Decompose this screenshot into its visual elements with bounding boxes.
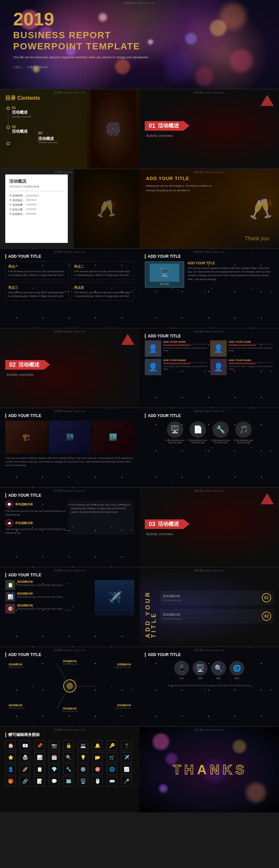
toc-image-icon: 🎆 — [105, 121, 121, 137]
list-item-row-0: 📋 添加战略目标 If life deceives you, Don't be … — [5, 580, 92, 590]
slide-row-2: 演界网 WWW.YAN.CN 目录 Contents 01 活动概述 Activ… — [0, 90, 279, 168]
champagne-body: Nothing we can do will change it. The fu… — [146, 184, 218, 192]
simple-icon-shape-1: 🖥️ — [193, 661, 207, 676]
highlight-body-2: If life deceives you,Don't be sad, don't… — [8, 291, 65, 298]
slide-icon-library: 演界网 WWW.YAN.CN 赠可编辑商务图标 🏠 📧 📌 📷 🔒 💻 🔔 🔑 … — [0, 727, 140, 812]
strategy-title: ADD YOUR TITLE — [8, 493, 41, 498]
list-item-label-2: 添加战略目标 — [17, 604, 63, 607]
icon-library-header: 赠可编辑商务图标 — [5, 732, 134, 738]
highlight-3: 亮点四 If life deceives you,Don't be sad, d… — [71, 282, 134, 301]
item-label-3: 活动人数： — [12, 208, 25, 211]
badge03-deco — [260, 493, 274, 504]
timeline-content: ADD YOUR TITLE 添加战略目标 If life deceives y… — [0, 647, 140, 726]
highlight-body-1: If life deceives you,Don't be sad, don't… — [74, 270, 131, 277]
list-item-icon-2: 🎯 — [5, 604, 15, 614]
badge-number: 01 — [149, 122, 155, 129]
person-body-1: I love and am used to keeping a minute w… — [229, 347, 274, 352]
badge03-sub: Activity overview — [146, 532, 173, 536]
person-info-0: ADD YOUR NAME I love and am used to keep… — [163, 340, 208, 352]
badge-title: 活动概述 — [158, 122, 179, 129]
strategy-header: ADD YOUR TITLE — [5, 493, 134, 498]
person-card-0: 👤 ADD YOUR NAME I love and am used to ke… — [145, 340, 208, 357]
tl-line-2 — [57, 663, 70, 686]
vertical-title-area: ADD YOUR TITLE — [145, 573, 157, 641]
icon-library-content: 赠可编辑商务图标 🏠 📧 📌 📷 🔒 💻 🔔 🔑 📱 ⭐ 🖨️ 📊 🗓️ 🔍 💡 — [0, 727, 140, 812]
list-items-title: ADD YOUR TITLE — [8, 573, 41, 577]
person-photo-2: 👤 — [145, 359, 161, 375]
slide-strategy: 演界网 WWW.YAN.CN ADD YOUR TITLE 💬 华东战略目标 I… — [0, 488, 140, 567]
icon-circle-desc-2: If life deceives youDon't be sad — [211, 439, 230, 444]
highlight-title-3: 亮点四 — [74, 285, 131, 290]
stat-item-0: 添加战略目标If life deceives you 01 — [160, 591, 274, 605]
lib-icon-1: 📧 — [20, 740, 30, 751]
slide-row-8: 演界网 WWW.YAN.CN ADD YOUR TITLE 📋 添加战略目标 I… — [0, 567, 279, 647]
simple-icon-2: 🔍 搜索 — [211, 661, 226, 680]
badge03-content: 03 活动概述 Activity overview — [140, 488, 279, 567]
champagne-slide-content: ADD YOUR TITLE Nothing we can do will ch… — [140, 169, 279, 248]
person-info-2: ADD YOUR NAME I love and am used to keep… — [163, 359, 208, 371]
badge-box: 01 活动概述 — [145, 121, 183, 131]
lib-icon-24: 🎯 — [92, 764, 103, 775]
timeline-header: ADD YOUR TITLE — [5, 652, 134, 657]
person-card-3: 👤 ADD YOUR NAME I love and am used to ke… — [210, 359, 274, 375]
lib-icon-22: 🔧 — [63, 764, 74, 775]
list-item-body-0: If life deceives you, Don't be sad, don'… — [17, 584, 63, 587]
item-val-0: 20XX年XX — [26, 194, 38, 197]
badge02-triangle-deco — [121, 334, 134, 345]
tl-line-1 — [57, 686, 70, 709]
thanks-letters: T H A N K S — [173, 762, 246, 777]
lib-icon-19: 🚀 — [20, 764, 30, 775]
lib-icon-6: 🔔 — [92, 740, 103, 751]
badge02-inner: 02 活动概述 — [5, 360, 43, 370]
person-accent-0 — [163, 345, 190, 346]
project-title: ADD YOUR TITLE — [148, 254, 181, 259]
strategy-bar — [5, 493, 6, 498]
person-photo-1: 👤 — [210, 340, 227, 357]
toc-dot-2 — [7, 126, 10, 129]
person-name-0: ADD YOUR NAME — [163, 340, 208, 343]
list-item-icon-0: 📋 — [5, 580, 15, 590]
icon-circle-3: 🎵 If life deceives youDon't be sad — [234, 421, 253, 444]
item-val-1: XXXXXX — [26, 198, 36, 202]
lib-icon-20: 📋 — [34, 764, 45, 775]
list-item-body-1: If life deceives you, Don't be sad, don'… — [17, 595, 63, 599]
lib-icon-35: 🎤 — [121, 776, 132, 786]
badge02-title: 活动概述 — [19, 362, 39, 368]
tl-node-1: 添加战略目标 If life deceives you — [115, 663, 131, 668]
lib-icon-10: 🖨️ — [20, 752, 30, 763]
persons-header: ADD YOUR TITLE — [145, 334, 274, 338]
item-label-1: 活动地点： — [12, 198, 25, 202]
item-val-4: XXXXXX — [26, 212, 36, 216]
lib-icon-14: 💡 — [78, 752, 88, 763]
activity-item-4: ➤ 活动形式： XXXXXX — [9, 212, 64, 216]
highlights-header: ADD YOUR TITLE — [5, 254, 134, 259]
lib-icon-17: ✈️ — [121, 752, 132, 763]
slide-row-6: 演界网 WWW.YAN.CN ADD YOUR TITLE 🏗️ 🌃 🏙️ I … — [0, 408, 279, 487]
lib-icon-33: 🖱️ — [92, 776, 103, 786]
badge02-arrow — [43, 360, 50, 370]
slide-timeline: 演界网 WWW.YAN.CN ADD YOUR TITLE 添加战略目标 I — [0, 647, 140, 726]
item-val-2: XXXXXX — [26, 203, 36, 207]
activity-image-area: 🥂 — [74, 169, 140, 248]
toc-dot-1 — [7, 107, 10, 110]
tl-node-label-1: 添加战略目标 — [115, 663, 131, 666]
hero-year: 2019 — [13, 10, 266, 28]
add-simple-bar — [145, 652, 146, 657]
list-item-label-1: 添加战略目标 — [17, 592, 63, 595]
strategy-body-0: If life deceives you,Don't be sad, don't… — [5, 509, 66, 517]
lib-icon-29: 📝 — [34, 776, 45, 786]
presenter-label: 汇报人： — [13, 65, 25, 69]
tl-node-body-3: If life deceives you — [115, 707, 131, 709]
highlights-title: ADD YOUR TITLE — [8, 254, 41, 259]
icon-circles-bar — [145, 413, 146, 418]
icon-circles-row: 🖥️ If life deceives youDon't be sad 📄 If… — [145, 421, 274, 444]
item-label-0: 活动时间： — [12, 194, 25, 197]
strategy-right-text: If the deceives you Don't be sad, don't … — [71, 503, 132, 514]
tl-node-label-4: 添加战略目标 — [62, 660, 78, 663]
badge02-number: 02 — [9, 362, 16, 368]
lib-icon-28: 🔗 — [20, 776, 30, 786]
badge02-sub: Activity overview — [7, 373, 33, 377]
lib-icon-25: 🌐 — [106, 764, 117, 775]
photo-strip-subtitle: I love and am used to keeping a distance… — [5, 456, 134, 467]
stat-text-1: 添加战略目标If life deceives you — [162, 613, 259, 620]
